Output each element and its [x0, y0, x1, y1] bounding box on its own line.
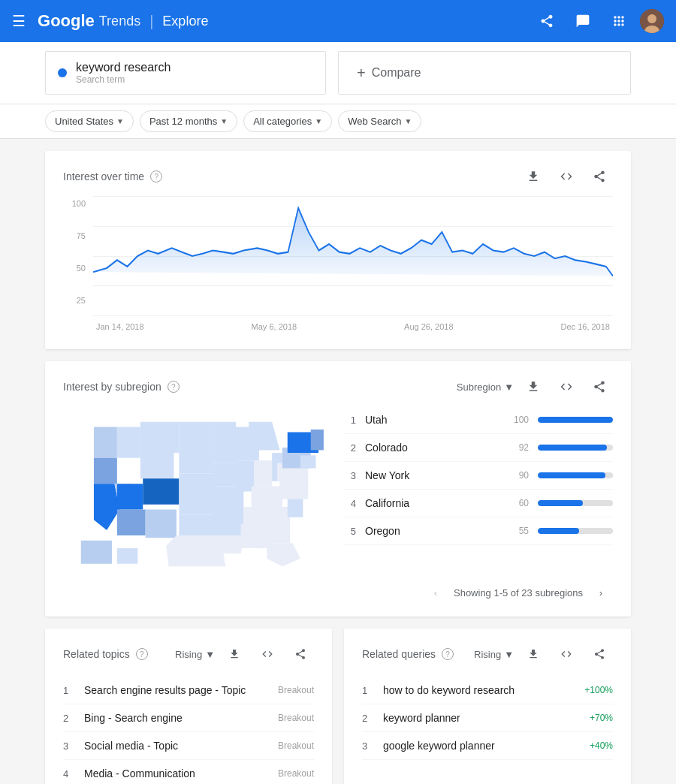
- avatar[interactable]: [640, 9, 664, 33]
- subregion-share-icon[interactable]: [586, 373, 613, 400]
- related-topics-actions: Rising ▼: [175, 641, 314, 668]
- embed-code-icon[interactable]: [553, 163, 580, 190]
- download-icon[interactable]: [520, 163, 547, 190]
- topics-share-icon[interactable]: [287, 641, 314, 668]
- chart-y-axis: 100 75 50 25: [63, 196, 86, 331]
- compare-box[interactable]: + Compare: [338, 51, 631, 95]
- mississippi-state: [240, 524, 257, 548]
- topics-download-icon[interactable]: [221, 641, 248, 668]
- related-queries-actions: Rising ▼: [474, 641, 613, 668]
- category-arrow-icon: ▼: [315, 117, 322, 125]
- query-value-1: +100%: [584, 685, 613, 695]
- subregion-help-icon[interactable]: ?: [167, 381, 180, 393]
- query-item-2: 2 keyword planner +70%: [362, 704, 613, 732]
- oregon-state: [94, 458, 117, 484]
- interest-by-subregion-title: Interest by subregion: [63, 381, 161, 393]
- related-topics-card: Related topics ? Rising ▼: [45, 629, 332, 784]
- related-queries-help-icon[interactable]: ?: [442, 648, 454, 660]
- subregion-dropdown-arrow: ▼: [504, 381, 514, 393]
- georgia-state: [271, 507, 290, 543]
- value-colorado: 92: [506, 442, 529, 453]
- chart-x-labels: Jan 14, 2018 May 6, 2018 Aug 26, 2018 De…: [93, 322, 613, 331]
- related-queries-header: Related queries ? Rising ▼: [362, 641, 613, 668]
- query-rank-3: 3: [362, 740, 374, 752]
- topic-rank-4: 4: [63, 768, 75, 779]
- north-dakota-state: [179, 422, 213, 448]
- wyoming-state: [140, 453, 174, 478]
- topic-rank-1: 1: [63, 685, 75, 696]
- value-utah: 100: [506, 415, 529, 425]
- x-label-aug: Aug 26, 2018: [404, 322, 453, 331]
- type-filter[interactable]: Web Search ▼: [338, 110, 421, 132]
- arkansas-state: [213, 512, 243, 535]
- queries-download-icon[interactable]: [520, 641, 547, 668]
- next-page-arrow[interactable]: ›: [589, 580, 613, 605]
- bar-container-utah: [538, 417, 613, 423]
- subregion-content: 1 Utah 100 2 Colorado 92 3: [63, 406, 613, 571]
- apps-icon[interactable]: [604, 6, 634, 36]
- rank-2: 2: [344, 442, 356, 454]
- bar-colorado: [538, 445, 607, 451]
- card-title-area: Interest over time ?: [63, 170, 162, 182]
- interest-over-time-card: Interest over time ? 100 75 50: [45, 151, 631, 349]
- rank-4: 4: [344, 498, 356, 509]
- related-queries-title-area: Related queries ?: [362, 648, 454, 660]
- notification-icon[interactable]: [568, 6, 598, 36]
- interest-over-time-header: Interest over time ?: [63, 163, 613, 190]
- search-term-box[interactable]: keyword research Search term: [45, 51, 326, 95]
- query-value-2: +70%: [590, 713, 613, 723]
- chart-area: Jan 14, 2018 May 6, 2018 Aug 26, 2018 De…: [93, 196, 613, 331]
- time-filter[interactable]: Past 12 months ▼: [140, 110, 237, 132]
- query-item-1: 1 how to do keyword research +100%: [362, 677, 613, 704]
- rank-5: 5: [344, 526, 356, 537]
- category-filter[interactable]: All categories ▼: [243, 110, 332, 132]
- mid-atlantic-states: [300, 455, 316, 468]
- subregion-item-5: 5 Oregon 55: [344, 517, 613, 545]
- related-topics-filter[interactable]: Rising ▼: [175, 649, 215, 660]
- share-icon[interactable]: [586, 163, 613, 190]
- query-name-1: how to do keyword research: [383, 684, 575, 696]
- x-label-dec: Dec 16, 2018: [561, 322, 610, 331]
- rank-3: 3: [344, 470, 356, 481]
- y-label-100: 100: [63, 199, 86, 208]
- bar-oregon: [538, 528, 579, 534]
- category-label: All categories: [253, 116, 312, 127]
- queries-embed-icon[interactable]: [553, 641, 580, 668]
- nebraska-state: [179, 473, 215, 494]
- share-icon[interactable]: [532, 6, 562, 36]
- interest-over-time-help-icon[interactable]: ?: [150, 170, 162, 182]
- value-newyork: 90: [506, 470, 529, 481]
- washington-state: [94, 427, 117, 458]
- query-name-2: keyword planner: [383, 712, 581, 724]
- kentucky-state: [252, 487, 282, 508]
- topic-item-3: 3 Social media - Topic Breakout: [63, 732, 314, 760]
- search-dot: [58, 68, 67, 77]
- prev-page-arrow[interactable]: ‹: [424, 580, 448, 605]
- topic-value-4: Breakout: [278, 768, 314, 779]
- svg-point-1: [647, 14, 656, 23]
- interest-over-time-chart: 100 75 50 25: [63, 196, 613, 331]
- region-arrow-icon: ▼: [116, 117, 124, 125]
- query-item-3: 3 google keyword planner +40%: [362, 732, 613, 760]
- topic-name-1: Search engine results page - Topic: [84, 684, 269, 696]
- utah-state: [117, 484, 143, 509]
- queries-filter[interactable]: Rising ▼: [474, 649, 514, 660]
- name-colorado: Colorado: [365, 442, 497, 454]
- subregion-embed-icon[interactable]: [553, 373, 580, 400]
- search-bar: keyword research Search term + Compare: [0, 42, 676, 104]
- topic-value-2: Breakout: [278, 713, 314, 723]
- topics-embed-icon[interactable]: [254, 641, 281, 668]
- related-queries-title: Related queries: [362, 648, 436, 660]
- queries-share-icon[interactable]: [586, 641, 613, 668]
- topic-value-1: Breakout: [278, 685, 314, 695]
- rising-arrow: ▼: [205, 649, 215, 660]
- subregion-pagination: ‹ Showing 1-5 of 23 subregions ›: [63, 580, 613, 605]
- region-filter[interactable]: United States ▼: [45, 110, 134, 132]
- south-dakota-state: [179, 448, 213, 473]
- name-oregon: Oregon: [365, 525, 497, 537]
- subregion-dropdown[interactable]: Subregion ▼: [457, 381, 514, 393]
- queries-rising-arrow: ▼: [504, 649, 514, 660]
- subregion-download-icon[interactable]: [520, 373, 547, 400]
- related-topics-help-icon[interactable]: ?: [136, 648, 148, 660]
- menu-icon[interactable]: ☰: [12, 12, 26, 30]
